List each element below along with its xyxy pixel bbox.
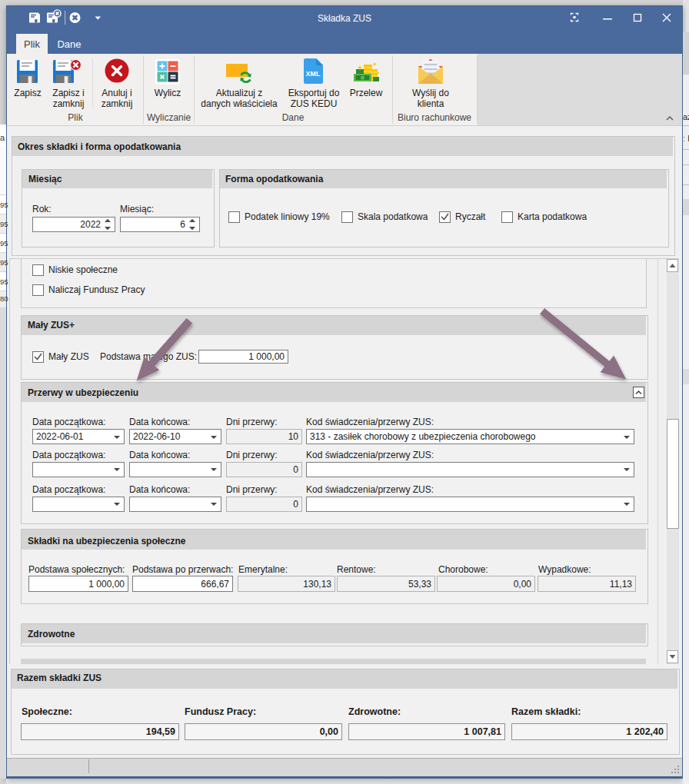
svg-text:XML: XML — [306, 70, 321, 78]
